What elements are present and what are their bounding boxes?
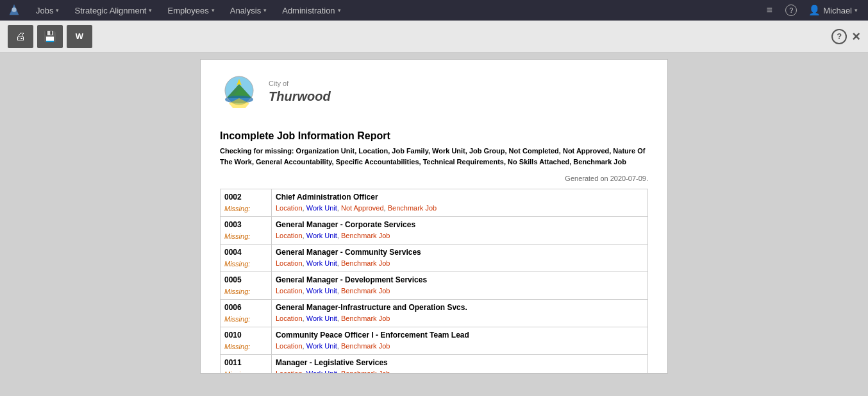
missing-item[interactable]: Location — [276, 204, 303, 212]
job-title: Community Peace Officer I - Enforcement … — [276, 331, 469, 340]
missing-items: Location, Work Unit, Benchmark Job — [272, 230, 648, 245]
job-title: Chief Administration Officer — [276, 193, 378, 202]
missing-item[interactable]: Benchmark Job — [341, 370, 390, 374]
nav-analysis[interactable]: Analysis ▾ — [222, 0, 274, 21]
word-export-button[interactable]: W — [67, 25, 92, 48]
close-button[interactable]: × — [852, 28, 860, 45]
nav-employees[interactable]: Employees ▾ — [160, 0, 222, 21]
close-icon: × — [852, 28, 860, 44]
missing-item[interactable]: Work Unit — [306, 287, 337, 295]
report-subtitle: Checking for missing: Organization Unit,… — [220, 146, 648, 167]
report-scroll[interactable]: City of Thurwood Incomplete Job Informat… — [200, 59, 668, 374]
missing-label: Missing: — [224, 205, 250, 212]
missing-item[interactable]: Benchmark Job — [341, 342, 390, 350]
report-generated: Generated on 2020-07-09. — [220, 175, 648, 182]
nav-strategic-alignment[interactable]: Strategic Alignment ▾ — [67, 0, 160, 21]
report-table: 0002Chief Administration OfficerMissing:… — [220, 189, 648, 374]
job-code: 0002 — [224, 193, 242, 202]
help-icon[interactable]: ? — [781, 1, 801, 20]
missing-item[interactable]: Work Unit — [306, 370, 337, 374]
table-row: 0005General Manager - Development Servic… — [221, 272, 648, 286]
missing-item[interactable]: Location — [276, 287, 303, 295]
chevron-down-icon: ▾ — [149, 7, 152, 13]
missing-item[interactable]: Location — [276, 370, 303, 374]
missing-row: Missing:Location, Work Unit, Benchmark J… — [221, 258, 648, 272]
chevron-down-icon: ▾ — [56, 7, 59, 13]
table-row: 0010Community Peace Officer I - Enforcem… — [221, 327, 648, 341]
table-row: 0006General Manager-Infrastructure and O… — [221, 300, 648, 314]
missing-row: Missing:Location, Work Unit, Benchmark J… — [221, 368, 648, 374]
job-title: General Manager - Development Services — [276, 275, 427, 284]
job-code: 0010 — [224, 331, 242, 340]
missing-label: Missing: — [224, 288, 250, 295]
missing-label: Missing: — [224, 260, 250, 268]
missing-item[interactable]: Benchmark Job — [341, 314, 390, 322]
menu-icon[interactable]: ≡ — [760, 1, 779, 20]
missing-item[interactable]: Benchmark Job — [341, 232, 390, 239]
save-button[interactable]: 💾 — [37, 25, 63, 48]
missing-row: Missing:Location, Work Unit, Benchmark J… — [221, 230, 648, 245]
report-header: City of Thurwood — [220, 73, 648, 117]
navbar-right: ≡ ? 👤 Michael ▾ — [760, 1, 863, 20]
chevron-down-icon: ▾ — [212, 7, 215, 13]
missing-label: Missing: — [224, 370, 250, 374]
report-wrapper: City of Thurwood Incomplete Job Informat… — [200, 59, 668, 374]
table-row: 0003General Manager - Corporate Services — [221, 217, 648, 231]
job-title: General Manager - Community Services — [276, 248, 421, 257]
svg-point-1 — [12, 7, 16, 12]
missing-item[interactable]: Work Unit — [306, 342, 337, 350]
missing-item[interactable]: Location — [276, 259, 303, 267]
missing-item[interactable]: Work Unit — [306, 314, 337, 322]
missing-item[interactable]: Location — [276, 314, 303, 322]
app-logo[interactable] — [5, 1, 23, 19]
table-row: 0011Manager - Legislative Services — [221, 355, 648, 369]
nav-administration[interactable]: Administration ▾ — [274, 0, 348, 21]
word-icon: W — [76, 31, 83, 41]
job-title: General Manager-Infrastructure and Opera… — [276, 303, 467, 312]
table-row: 0004General Manager - Community Services — [221, 245, 648, 259]
missing-items: Location, Work Unit, Benchmark Job — [272, 341, 648, 355]
missing-item[interactable]: Not Approved — [341, 204, 384, 212]
missing-item[interactable]: Work Unit — [306, 232, 337, 239]
missing-items: Location, Work Unit, Benchmark Job — [272, 258, 648, 272]
report-title-section: Incomplete Job Information Report Checki… — [220, 130, 648, 167]
missing-label: Missing: — [224, 232, 250, 240]
user-icon: 👤 — [808, 4, 821, 16]
missing-row: Missing:Location, Work Unit, Benchmark J… — [221, 286, 648, 300]
print-icon: 🖨 — [15, 31, 26, 42]
report-content: City of Thurwood Incomplete Job Informat… — [201, 60, 667, 374]
missing-item[interactable]: Benchmark Job — [388, 204, 437, 212]
job-code: 0005 — [224, 275, 242, 284]
job-code: 0004 — [224, 248, 242, 257]
missing-row: Missing:Location, Work Unit, Not Approve… — [221, 203, 648, 217]
print-button[interactable]: 🖨 — [8, 25, 33, 48]
org-name: City of Thurwood — [269, 80, 331, 103]
toolbar-actions: ? × — [831, 28, 860, 45]
missing-row: Missing:Location, Work Unit, Benchmark J… — [221, 341, 648, 355]
report-area: City of Thurwood Incomplete Job Informat… — [0, 53, 868, 396]
toolbar-help-button[interactable]: ? — [831, 29, 847, 44]
missing-item[interactable]: Benchmark Job — [341, 287, 390, 295]
missing-items: Location, Work Unit, Benchmark Job — [272, 313, 648, 327]
nav-jobs[interactable]: Jobs ▾ — [28, 0, 67, 21]
org-logo — [220, 73, 258, 111]
missing-item[interactable]: Work Unit — [306, 259, 337, 267]
missing-item[interactable]: Work Unit — [306, 204, 337, 212]
chevron-down-icon: ▾ — [338, 7, 341, 13]
help-circle-icon: ? — [831, 29, 847, 44]
missing-label: Missing: — [224, 343, 250, 350]
missing-items: Location, Work Unit, Not Approved, Bench… — [272, 203, 648, 217]
missing-item[interactable]: Location — [276, 342, 303, 350]
table-row: 0002Chief Administration Officer — [221, 189, 648, 203]
navbar: Jobs ▾ Strategic Alignment ▾ Employees ▾… — [0, 0, 868, 21]
user-menu[interactable]: 👤 Michael ▾ — [803, 4, 863, 16]
job-title: Manager - Legislative Services — [276, 358, 388, 367]
missing-item[interactable]: Location — [276, 232, 303, 239]
job-code: 0011 — [224, 358, 242, 367]
missing-row: Missing:Location, Work Unit, Benchmark J… — [221, 313, 648, 327]
missing-label: Missing: — [224, 315, 250, 323]
toolbar: 🖨 💾 W ? × — [0, 21, 868, 53]
missing-items: Location, Work Unit, Benchmark Job — [272, 286, 648, 300]
job-code: 0006 — [224, 303, 242, 312]
missing-item[interactable]: Benchmark Job — [341, 259, 390, 267]
